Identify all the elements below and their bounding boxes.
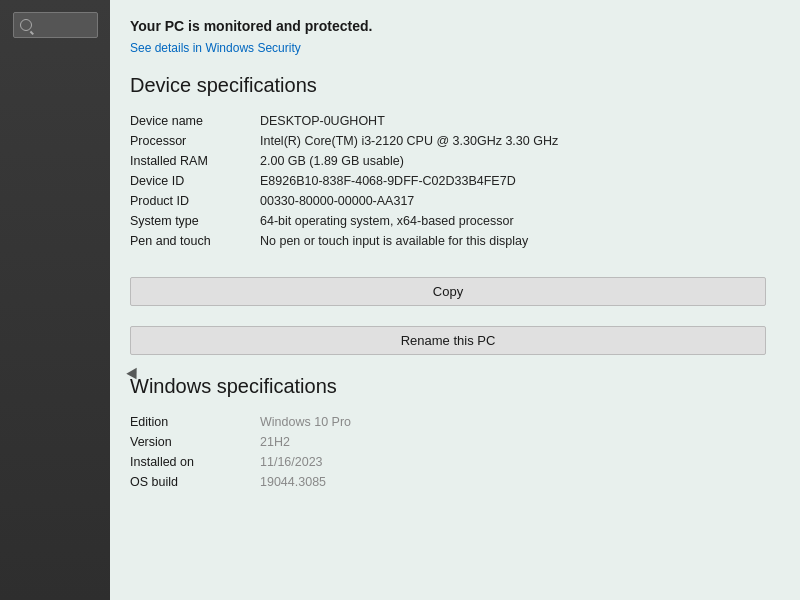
- windows-security-link[interactable]: See details in Windows Security: [130, 41, 301, 55]
- win-spec-value: 21H2: [260, 432, 770, 452]
- spec-value: 00330-80000-00000-AA317: [260, 191, 770, 211]
- spec-label: Product ID: [130, 191, 260, 211]
- table-row: Device name DESKTOP-0UGHOHT: [130, 111, 770, 131]
- main-content: Your PC is monitored and protected. See …: [110, 0, 800, 600]
- win-spec-value: Windows 10 Pro: [260, 412, 770, 432]
- device-specs-table: Device name DESKTOP-0UGHOHT Processor In…: [130, 111, 770, 251]
- search-bar[interactable]: [13, 12, 98, 38]
- device-specs-title: Device specifications: [130, 74, 770, 97]
- spec-value: E8926B10-838F-4068-9DFF-C02D33B4FE7D: [260, 171, 770, 191]
- copy-button[interactable]: Copy: [130, 277, 766, 306]
- spec-label: Pen and touch: [130, 231, 260, 251]
- spec-value: No pen or touch input is available for t…: [260, 231, 770, 251]
- table-row: Version 21H2: [130, 432, 770, 452]
- table-row: Product ID 00330-80000-00000-AA317: [130, 191, 770, 211]
- win-spec-label: Installed on: [130, 452, 260, 472]
- win-spec-label: OS build: [130, 472, 260, 492]
- table-row: OS build 19044.3085: [130, 472, 770, 492]
- spec-label: Device ID: [130, 171, 260, 191]
- win-spec-value: 19044.3085: [260, 472, 770, 492]
- table-row: Installed on 11/16/2023: [130, 452, 770, 472]
- sidebar: [0, 0, 110, 600]
- spec-label: Installed RAM: [130, 151, 260, 171]
- win-spec-label: Version: [130, 432, 260, 452]
- win-spec-label: Edition: [130, 412, 260, 432]
- spec-value: 2.00 GB (1.89 GB usable): [260, 151, 770, 171]
- spec-value: 64-bit operating system, x64-based proce…: [260, 211, 770, 231]
- table-row: Processor Intel(R) Core(TM) i3-2120 CPU …: [130, 131, 770, 151]
- win-spec-value: 11/16/2023: [260, 452, 770, 472]
- table-row: Pen and touch No pen or touch input is a…: [130, 231, 770, 251]
- spec-label: System type: [130, 211, 260, 231]
- spec-value: Intel(R) Core(TM) i3-2120 CPU @ 3.30GHz …: [260, 131, 770, 151]
- table-row: Device ID E8926B10-838F-4068-9DFF-C02D33…: [130, 171, 770, 191]
- spec-value: DESKTOP-0UGHOHT: [260, 111, 770, 131]
- protected-title: Your PC is monitored and protected.: [130, 18, 770, 34]
- windows-specs-table: Edition Windows 10 Pro Version 21H2 Inst…: [130, 412, 770, 492]
- protected-banner: Your PC is monitored and protected. See …: [130, 18, 770, 56]
- table-row: Edition Windows 10 Pro: [130, 412, 770, 432]
- table-row: System type 64-bit operating system, x64…: [130, 211, 770, 231]
- table-row: Installed RAM 2.00 GB (1.89 GB usable): [130, 151, 770, 171]
- search-icon: [20, 19, 32, 31]
- windows-specs-section: Windows specifications Edition Windows 1…: [130, 375, 770, 492]
- windows-specs-title: Windows specifications: [130, 375, 770, 398]
- spec-label: Processor: [130, 131, 260, 151]
- rename-pc-button[interactable]: Rename this PC: [130, 326, 766, 355]
- device-buttons-row: Copy Rename this PC: [130, 265, 770, 355]
- spec-label: Device name: [130, 111, 260, 131]
